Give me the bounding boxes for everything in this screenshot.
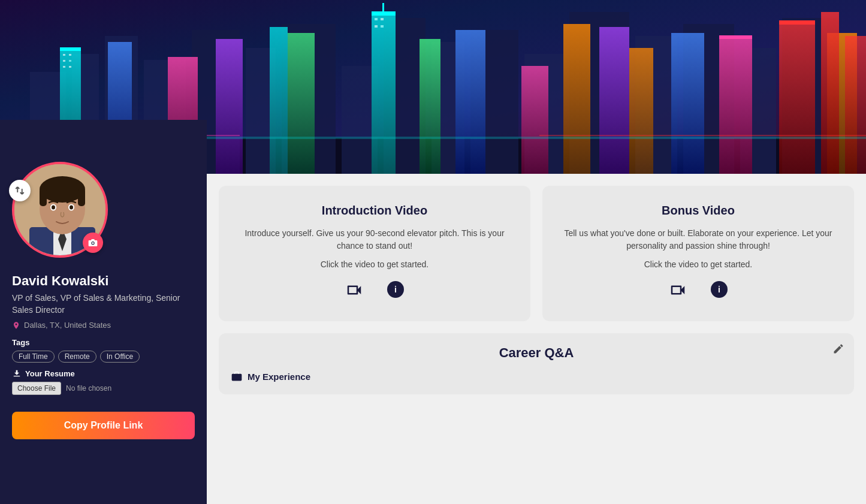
- svg-rect-38: [420, 39, 440, 174]
- svg-point-76: [92, 242, 93, 244]
- svg-rect-27: [521, 66, 548, 174]
- svg-point-74: [70, 206, 73, 210]
- intro-video-desc: Introduce yourself. Give us your 90-seco…: [231, 227, 518, 252]
- content-area: Introduction Video Introduce yourself. G…: [207, 174, 866, 504]
- video-row: Introduction Video Introduce yourself. G…: [219, 186, 854, 321]
- svg-point-73: [52, 206, 55, 210]
- tag-in-office: In Office: [100, 351, 140, 363]
- svg-rect-60: [539, 135, 866, 136]
- intro-video-cta: Click the video to get started.: [231, 259, 518, 269]
- location-text: Dallas, TX, United States: [24, 321, 111, 330]
- file-input-row: Choose File No file chosen: [12, 382, 195, 395]
- svg-rect-45: [69, 54, 71, 56]
- skyline-svg: [0, 0, 866, 174]
- svg-rect-50: [375, 18, 378, 20]
- svg-rect-44: [63, 54, 65, 56]
- user-name: David Kowalski: [12, 273, 195, 289]
- tag-remote: Remote: [58, 351, 96, 363]
- svg-rect-28: [719, 36, 752, 174]
- experience-label: My Experience: [248, 372, 310, 382]
- svg-rect-49: [69, 66, 71, 68]
- svg-rect-70: [78, 188, 85, 206]
- user-title: VP of Sales, VP of Sales & Marketing, Se…: [12, 292, 195, 316]
- svg-rect-46: [63, 60, 65, 62]
- svg-rect-31: [629, 48, 653, 174]
- svg-rect-41: [671, 33, 704, 174]
- intro-video-icons-row: i: [231, 281, 518, 303]
- svg-rect-35: [821, 12, 839, 174]
- intro-video-info-icon[interactable]: i: [387, 281, 404, 298]
- svg-rect-43: [599, 27, 629, 174]
- svg-rect-23: [372, 12, 396, 174]
- svg-rect-37: [288, 33, 315, 174]
- intro-video-title: Introduction Video: [231, 204, 518, 218]
- career-qa-title: Career Q&A: [231, 345, 842, 361]
- avatar-section: [0, 162, 207, 266]
- svg-rect-42: [216, 39, 243, 174]
- bonus-video-info-icon[interactable]: i: [711, 281, 728, 298]
- briefcase-icon: [231, 370, 243, 382]
- resume-section: Your Resume Choose File No file chosen: [12, 369, 195, 395]
- bonus-video-desc: Tell us what you've done or built. Elabo…: [554, 227, 842, 252]
- camera-button[interactable]: [83, 233, 103, 253]
- avatar-wrapper: [12, 162, 108, 258]
- file-chosen-text: No file chosen: [66, 384, 111, 393]
- download-icon: [12, 369, 22, 378]
- svg-rect-47: [69, 60, 71, 62]
- svg-rect-33: [779, 21, 815, 174]
- sidebar: David Kowalski VP of Sales, VP of Sales …: [0, 174, 207, 504]
- svg-rect-36: [845, 36, 866, 174]
- experience-row: My Experience: [231, 370, 842, 382]
- bonus-video-card: Bonus Video Tell us what you've done or …: [542, 186, 854, 321]
- career-edit-button[interactable]: [832, 343, 844, 358]
- bonus-video-title: Bonus Video: [554, 204, 842, 218]
- svg-rect-22: [270, 27, 288, 174]
- svg-rect-52: [375, 25, 378, 28]
- resume-label: Your Resume: [12, 369, 195, 378]
- tags-section: Tags Full Time Remote In Office: [12, 338, 195, 363]
- career-qa-section: Career Q&A My Experience: [219, 333, 854, 394]
- svg-rect-30: [563, 24, 590, 174]
- svg-rect-53: [381, 25, 384, 28]
- svg-rect-40: [455, 30, 485, 174]
- intro-video-camera-icon[interactable]: [345, 281, 363, 303]
- bonus-video-camera-icon[interactable]: [669, 281, 687, 303]
- svg-rect-48: [63, 66, 65, 68]
- copy-profile-link-button[interactable]: Copy Profile Link: [12, 412, 195, 439]
- hero-banner: [0, 0, 866, 174]
- svg-rect-77: [14, 376, 20, 376]
- svg-rect-51: [381, 18, 384, 20]
- svg-rect-69: [40, 188, 47, 206]
- transfer-button[interactable]: [9, 180, 31, 201]
- intro-video-card: Introduction Video Introduce yourself. G…: [219, 186, 530, 321]
- choose-file-button[interactable]: Choose File: [12, 382, 61, 395]
- user-location: Dallas, TX, United States: [12, 321, 195, 330]
- tags-label: Tags: [12, 338, 195, 347]
- bonus-video-cta: Click the video to get started.: [554, 259, 842, 269]
- tag-full-time: Full Time: [12, 351, 55, 363]
- main-layout: David Kowalski VP of Sales, VP of Sales …: [0, 174, 866, 504]
- location-pin-icon: [12, 321, 20, 330]
- tags-row: Full Time Remote In Office: [12, 351, 195, 363]
- bonus-video-icons-row: i: [554, 281, 842, 303]
